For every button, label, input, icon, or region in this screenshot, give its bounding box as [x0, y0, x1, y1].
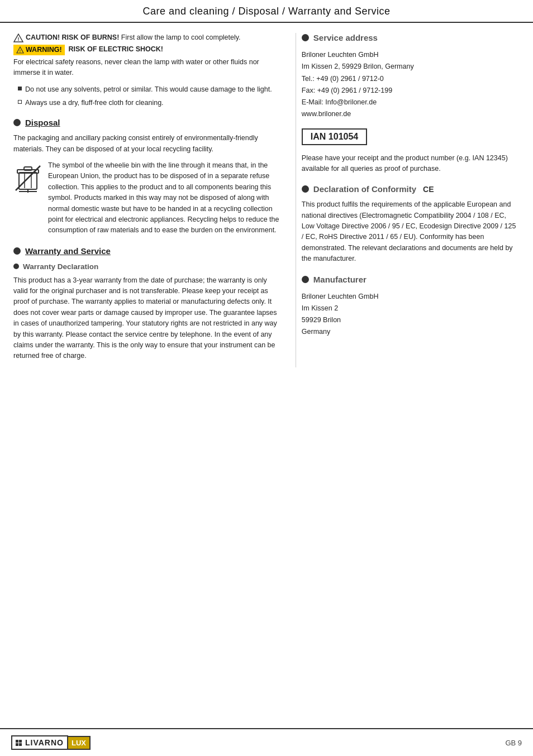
brand-grid-icon: [16, 740, 22, 746]
page-info: GB 9: [505, 739, 522, 747]
ian-box: IAN 101054: [302, 128, 367, 145]
address-line1: Briloner Leuchten GmbH: [302, 49, 520, 61]
caution-line-1: ! CAUTION! RISK OF BURNS! First allow th…: [13, 33, 280, 43]
caution-block: ! CAUTION! RISK OF BURNS! First allow th…: [13, 33, 280, 79]
service-address-heading: Service address: [302, 33, 520, 42]
list-item-solvents: Do not use any solvents, petrol or simil…: [18, 84, 280, 95]
warning-triangle-icon: !: [16, 46, 24, 54]
address-line2: Im Kissen 2, 59929 Brilon, Germany: [302, 61, 520, 73]
conformity-heading: Declaration of Conformity CE: [302, 184, 520, 194]
disposal-icon-text: The symbol of the wheelie bin with the l…: [48, 160, 280, 236]
disposal-para1: The packaging and ancillary packing cons…: [13, 133, 280, 155]
caution-line-2: ! WARNING! RISK OF ELECTRIC SHOCK!: [13, 45, 280, 56]
address-web: www.briloner.de: [302, 108, 520, 120]
brand-lux: LUX: [68, 736, 91, 750]
wheelie-bin-icon: [13, 161, 42, 193]
conformity-para: This product fulfils the requirements of…: [302, 199, 520, 264]
ian-para: Please have your receipt and the product…: [302, 153, 520, 175]
list-item-cloth: Always use a dry, fluff-free cloth for c…: [18, 98, 280, 108]
warranty-heading: Warranty and Service: [13, 246, 280, 256]
svg-rect-4: [19, 173, 37, 189]
warranty-declaration-bullet: [13, 264, 19, 269]
cleaning-list: Do not use any solvents, petrol or simil…: [13, 84, 280, 108]
brand-logo: LIVARNO LUX: [11, 735, 91, 750]
manufacturer-line1: Briloner Leuchten GmbH: [302, 291, 520, 303]
bullet-icon-1: [18, 87, 22, 90]
page: Care and cleaning / Disposal / Warranty …: [0, 0, 533, 756]
bullet-icon-2: [18, 100, 22, 104]
manufacturer-line4: Germany: [302, 326, 520, 338]
disposal-heading: Disposal: [13, 118, 280, 127]
footer: LIVARNO LUX GB 9: [0, 728, 533, 756]
svg-text:!: !: [18, 36, 20, 42]
address-block: Briloner Leuchten GmbH Im Kissen 2, 5992…: [302, 49, 520, 121]
manufacturer-line2: Im Kissen 2: [302, 303, 520, 314]
address-fax: Fax: +49 (0) 2961 / 9712-199: [302, 85, 520, 97]
manufacturer-address: Briloner Leuchten GmbH Im Kissen 2 59929…: [302, 291, 520, 338]
caution-body: For electrical safety reasons, never cle…: [13, 57, 280, 79]
address-tel: Tel.: +49 (0) 2961 / 9712-0: [302, 73, 520, 85]
warning-box: ! WARNING!: [13, 45, 65, 56]
main-content: ! CAUTION! RISK OF BURNS! First allow th…: [0, 23, 533, 412]
svg-text:!: !: [20, 49, 21, 52]
manufacturer-bullet: [302, 276, 309, 283]
caution-text-1: CAUTION! RISK OF BURNS! First allow the …: [26, 33, 241, 43]
page-header: Care and cleaning / Disposal / Warranty …: [0, 0, 533, 23]
header-title: Care and cleaning / Disposal / Warranty …: [142, 6, 390, 17]
warranty-declaration-heading: Warranty Declaration: [13, 262, 280, 271]
conformity-bullet: [302, 185, 309, 193]
warranty-para: This product has a 3-year warranty from …: [13, 275, 280, 362]
warranty-bullet: [13, 247, 21, 255]
svg-rect-6: [24, 167, 32, 170]
address-email: E-Mail: Info@briloner.de: [302, 97, 520, 108]
manufacturer-line3: 59929 Brilon: [302, 314, 520, 326]
manufacturer-heading: Manufacturer: [302, 275, 520, 284]
right-column: Service address Briloner Leuchten GmbH I…: [296, 33, 520, 367]
service-address-bullet: [302, 34, 309, 41]
disposal-row: The symbol of the wheelie bin with the l…: [13, 160, 280, 236]
ce-mark: CE: [423, 185, 434, 194]
disposal-bullet: [13, 119, 21, 126]
left-column: ! CAUTION! RISK OF BURNS! First allow th…: [13, 33, 280, 367]
caution-triangle-icon: !: [13, 34, 23, 42]
brand-livarno: LIVARNO: [11, 735, 68, 750]
